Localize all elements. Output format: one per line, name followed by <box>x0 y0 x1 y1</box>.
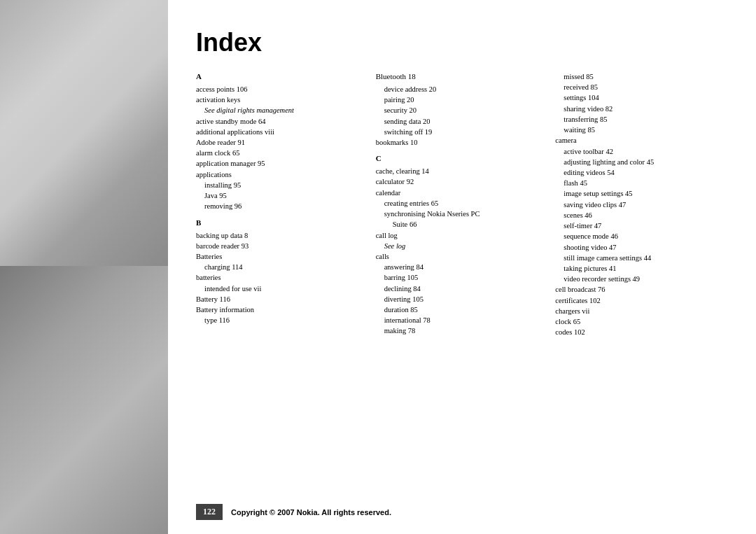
entry-see-log: See log <box>376 241 542 251</box>
entry-declining: declining 84 <box>376 283 542 294</box>
entry-device-address: device address 20 <box>376 84 542 94</box>
entry-making: making 78 <box>376 325 542 336</box>
entry-missed: missed 85 <box>555 71 721 82</box>
index-title: Index <box>196 28 735 57</box>
entry-batteries-lower: batteries <box>196 272 362 283</box>
entry-batteries-cap: Batteries <box>196 251 362 262</box>
main-content: Index A access points 106 activation key… <box>168 0 756 534</box>
entry-transferring: transferring 85 <box>555 114 721 125</box>
entry-active-toolbar: active toolbar 42 <box>555 146 721 157</box>
entry-still-image: still image camera settings 44 <box>555 253 721 263</box>
entry-codes: codes 102 <box>555 327 721 337</box>
entry-clock: clock 65 <box>555 316 721 327</box>
entry-security: security 20 <box>376 105 542 115</box>
entry-waiting: waiting 85 <box>555 125 721 135</box>
entry-charging: charging 114 <box>196 262 362 272</box>
sidebar-gradient-bottom <box>0 266 168 534</box>
entry-duration: duration 85 <box>376 304 542 315</box>
entry-diverting: diverting 105 <box>376 294 542 304</box>
entry-sequence-mode: sequence mode 46 <box>555 231 721 241</box>
column-3: missed 85 received 85 settings 104 shari… <box>555 71 735 337</box>
entry-scenes: scenes 46 <box>555 210 721 220</box>
entry-received: received 85 <box>555 82 721 92</box>
entry-settings-104: settings 104 <box>555 92 721 103</box>
entry-alarm-clock: alarm clock 65 <box>196 148 362 158</box>
entry-battery-info: Battery information <box>196 304 362 315</box>
entry-answering: answering 84 <box>376 262 542 272</box>
entry-sharing-video: sharing video 82 <box>555 104 721 114</box>
entry-cell-broadcast: cell broadcast 76 <box>555 284 721 295</box>
entry-editing-videos: editing videos 54 <box>555 167 721 178</box>
page-number: 122 <box>196 504 223 520</box>
entry-adobe-reader: Adobe reader 91 <box>196 137 362 148</box>
entry-shooting-video: shooting video 47 <box>555 242 721 253</box>
entry-pairing: pairing 20 <box>376 94 542 105</box>
letter-c: C <box>376 153 542 164</box>
entry-installing: installing 95 <box>196 180 362 190</box>
entry-calendar: calendar <box>376 188 542 198</box>
entry-image-setup: image setup settings 45 <box>555 188 721 199</box>
left-sidebar <box>0 0 168 534</box>
entry-flash: flash 45 <box>555 178 721 188</box>
entry-suite: Suite 66 <box>376 219 542 230</box>
entry-barring: barring 105 <box>376 272 542 283</box>
entry-java: Java 95 <box>196 190 362 201</box>
entry-access-points: access points 106 <box>196 84 362 94</box>
entry-camera: camera <box>555 135 721 146</box>
columns-container: A access points 106 activation keys See … <box>196 71 735 337</box>
entry-see-drm: See digital rights management <box>196 105 362 115</box>
entry-self-timer: self-timer 47 <box>555 220 721 231</box>
entry-certificates: certificates 102 <box>555 295 721 306</box>
entry-sending-data: sending data 20 <box>376 116 542 127</box>
entry-video-recorder-settings: video recorder settings 49 <box>555 274 721 284</box>
column-1: A access points 106 activation keys See … <box>196 71 376 337</box>
page-container: Index A access points 106 activation key… <box>0 0 756 534</box>
letter-a: A <box>196 71 362 83</box>
sidebar-gradient-top <box>0 0 168 266</box>
entry-cache-clearing: cache, clearing 14 <box>376 166 542 176</box>
entry-call-log: call log <box>376 230 542 241</box>
entry-saving-video-clips: saving video clips 47 <box>555 199 721 210</box>
entry-adjusting-lighting: adjusting lighting and color 45 <box>555 157 721 167</box>
entry-taking-pictures: taking pictures 41 <box>555 263 721 274</box>
entry-synchronising: synchronising Nokia Nseries PC <box>376 209 542 219</box>
column-2: Bluetooth 18 device address 20 pairing 2… <box>376 71 556 337</box>
footer-copyright: Copyright © 2007 Nokia. All rights reser… <box>231 508 391 517</box>
entry-calculator: calculator 92 <box>376 176 542 187</box>
entry-activation-keys: activation keys <box>196 94 362 105</box>
entry-additional-apps: additional applications viii <box>196 127 362 137</box>
entry-battery-116: Battery 116 <box>196 294 362 304</box>
entry-backing-up: backing up data 8 <box>196 230 362 241</box>
entry-type-116: type 116 <box>196 315 362 325</box>
entry-bookmarks: bookmarks 10 <box>376 137 542 148</box>
entry-chargers: chargers vii <box>555 306 721 316</box>
letter-b: B <box>196 218 362 229</box>
entry-creating-entries: creating entries 65 <box>376 198 542 209</box>
entry-calls: calls <box>376 251 542 262</box>
entry-bluetooth: Bluetooth 18 <box>376 71 542 83</box>
entry-removing: removing 96 <box>196 201 362 211</box>
entry-switching-off: switching off 19 <box>376 127 542 137</box>
entry-active-standby: active standby mode 64 <box>196 116 362 127</box>
entry-international: international 78 <box>376 315 542 325</box>
entry-app-manager: application manager 95 <box>196 158 362 169</box>
entry-intended-use: intended for use vii <box>196 283 362 294</box>
entry-barcode-reader: barcode reader 93 <box>196 241 362 251</box>
entry-applications: applications <box>196 169 362 180</box>
footer: 122 Copyright © 2007 Nokia. All rights r… <box>168 504 756 520</box>
